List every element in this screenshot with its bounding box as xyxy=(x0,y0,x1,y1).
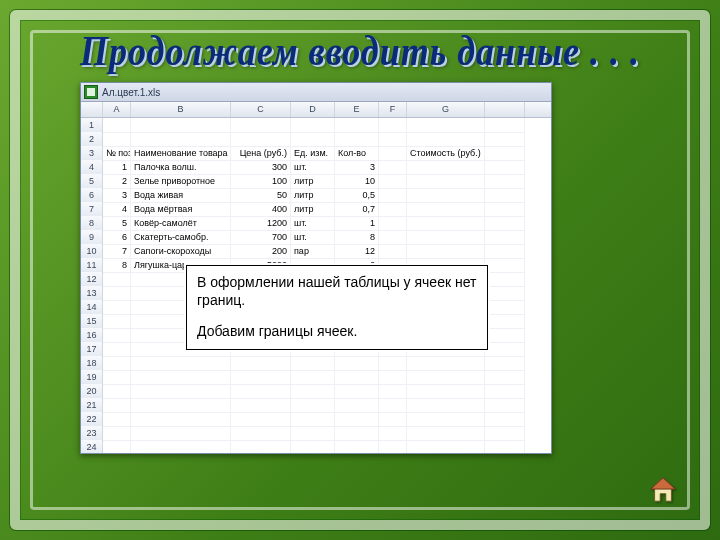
row-number[interactable]: 2 xyxy=(81,132,103,147)
cell[interactable] xyxy=(485,160,525,175)
cell[interactable] xyxy=(485,202,525,217)
row-number[interactable]: 19 xyxy=(81,370,103,385)
cell[interactable] xyxy=(485,272,525,287)
cell[interactable] xyxy=(379,146,407,161)
cell[interactable] xyxy=(231,440,291,454)
cell[interactable]: 3 xyxy=(335,160,379,175)
cell[interactable] xyxy=(485,356,525,371)
cell[interactable]: 4 xyxy=(103,202,131,217)
col-E[interactable]: E xyxy=(335,102,379,117)
cell[interactable] xyxy=(407,230,485,245)
row-number[interactable]: 22 xyxy=(81,412,103,427)
cell[interactable] xyxy=(103,412,131,427)
cell[interactable]: Зелье приворотное xyxy=(131,174,231,189)
row-number[interactable]: 11 xyxy=(81,258,103,273)
cell[interactable] xyxy=(335,118,379,133)
cell[interactable] xyxy=(335,384,379,399)
cell[interactable]: 0,7 xyxy=(335,202,379,217)
cell[interactable] xyxy=(231,370,291,385)
cell[interactable] xyxy=(131,132,231,147)
cell[interactable] xyxy=(103,370,131,385)
cell[interactable] xyxy=(485,230,525,245)
cell[interactable] xyxy=(291,384,335,399)
cell[interactable] xyxy=(231,412,291,427)
cell[interactable] xyxy=(291,356,335,371)
cell[interactable] xyxy=(335,440,379,454)
cell[interactable] xyxy=(379,230,407,245)
row-number[interactable]: 17 xyxy=(81,342,103,357)
cell[interactable]: 8 xyxy=(335,230,379,245)
cell[interactable] xyxy=(231,398,291,413)
cell[interactable]: № поз. xyxy=(103,146,131,161)
cell[interactable] xyxy=(103,314,131,329)
cell[interactable]: пар xyxy=(291,244,335,259)
table-row[interactable]: 23 xyxy=(81,426,551,440)
col-C[interactable]: C xyxy=(231,102,291,117)
table-row[interactable]: 107Сапоги-скороходы200пар12 xyxy=(81,244,551,258)
cell[interactable] xyxy=(131,398,231,413)
cell[interactable] xyxy=(103,342,131,357)
row-number[interactable]: 16 xyxy=(81,328,103,343)
cell[interactable] xyxy=(407,426,485,441)
row-number[interactable]: 21 xyxy=(81,398,103,413)
table-row[interactable]: 74Вода мёртвая400литр0,7 xyxy=(81,202,551,216)
cell[interactable] xyxy=(379,118,407,133)
cell[interactable] xyxy=(379,244,407,259)
cell[interactable] xyxy=(103,272,131,287)
cell[interactable] xyxy=(131,426,231,441)
cell[interactable] xyxy=(485,188,525,203)
cell[interactable]: 300 xyxy=(231,160,291,175)
cell[interactable] xyxy=(379,132,407,147)
cell[interactable] xyxy=(379,216,407,231)
row-number[interactable]: 24 xyxy=(81,440,103,454)
cell[interactable]: 400 xyxy=(231,202,291,217)
table-row[interactable]: 3№ поз.Наименование товараЦена (руб.)Ед.… xyxy=(81,146,551,160)
col-G[interactable]: G xyxy=(407,102,485,117)
cell[interactable] xyxy=(407,174,485,189)
cell[interactable] xyxy=(407,398,485,413)
table-row[interactable]: 41Палочка волш.300шт.3 xyxy=(81,160,551,174)
cell[interactable] xyxy=(291,426,335,441)
cell[interactable] xyxy=(407,384,485,399)
row-number[interactable]: 6 xyxy=(81,188,103,203)
cell[interactable]: 200 xyxy=(231,244,291,259)
cell[interactable]: литр xyxy=(291,202,335,217)
cell[interactable]: Кол-во xyxy=(335,146,379,161)
row-number[interactable]: 4 xyxy=(81,160,103,175)
window-titlebar[interactable]: Ал.цвет.1.xls xyxy=(81,83,551,102)
col-A[interactable]: A xyxy=(103,102,131,117)
row-number[interactable]: 7 xyxy=(81,202,103,217)
cell[interactable] xyxy=(131,384,231,399)
cell[interactable] xyxy=(335,398,379,413)
cell[interactable] xyxy=(407,202,485,217)
cell[interactable] xyxy=(231,356,291,371)
cell[interactable] xyxy=(103,118,131,133)
cell[interactable] xyxy=(485,300,525,315)
cell[interactable] xyxy=(485,286,525,301)
cell[interactable] xyxy=(231,118,291,133)
cell[interactable] xyxy=(131,370,231,385)
cell[interactable] xyxy=(485,314,525,329)
cell[interactable] xyxy=(335,370,379,385)
row-number[interactable]: 14 xyxy=(81,300,103,315)
cell[interactable] xyxy=(103,398,131,413)
cell[interactable] xyxy=(291,118,335,133)
cell[interactable] xyxy=(485,174,525,189)
row-number[interactable]: 9 xyxy=(81,230,103,245)
cell[interactable] xyxy=(485,412,525,427)
cell[interactable]: Палочка волш. xyxy=(131,160,231,175)
cell[interactable]: 700 xyxy=(231,230,291,245)
cell[interactable] xyxy=(407,356,485,371)
table-row[interactable]: 52Зелье приворотное100литр10 xyxy=(81,174,551,188)
col-D[interactable]: D xyxy=(291,102,335,117)
cell[interactable] xyxy=(231,132,291,147)
cell[interactable] xyxy=(485,398,525,413)
cell[interactable] xyxy=(407,132,485,147)
table-row[interactable]: 63Вода живая50литр0,5 xyxy=(81,188,551,202)
cell[interactable] xyxy=(485,342,525,357)
cell[interactable] xyxy=(231,426,291,441)
row-number[interactable]: 10 xyxy=(81,244,103,259)
cell[interactable]: 3 xyxy=(103,188,131,203)
cell[interactable] xyxy=(291,132,335,147)
cell[interactable] xyxy=(407,188,485,203)
